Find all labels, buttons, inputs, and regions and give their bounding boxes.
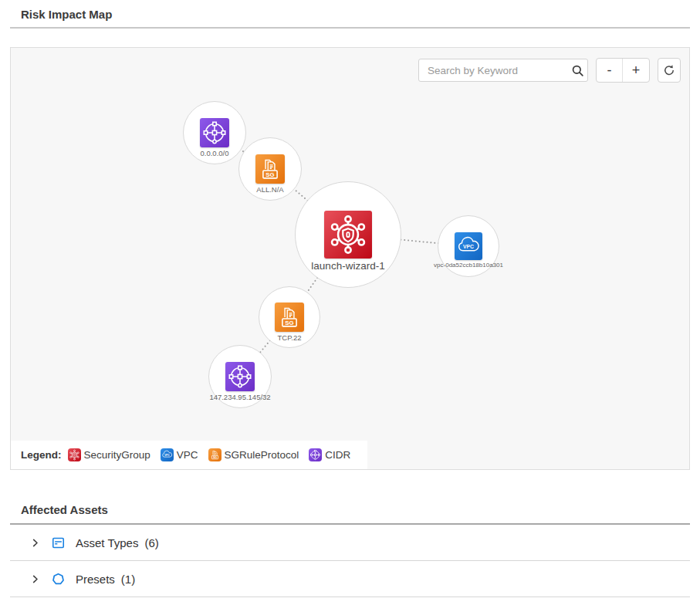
legend-item-securitygroup: SecurityGroup — [68, 448, 150, 461]
node-label: ALL.N/A — [256, 185, 283, 194]
chevron-right-icon — [29, 537, 41, 549]
affected-assets-section: Affected Assets Asset Types (6) Presets … — [10, 470, 690, 597]
search-input[interactable] — [419, 65, 567, 76]
node-label: vpc-0da52ccb18b10a301 — [434, 262, 503, 269]
node-label: 0.0.0.0/0 — [201, 149, 229, 157]
page-title: Risk Impact Map — [10, 0, 690, 27]
chevron-right-icon — [29, 573, 41, 585]
affected-assets-title: Affected Assets — [10, 470, 690, 525]
search-box — [418, 59, 588, 82]
graph-node-launch-wizard-1[interactable]: launch-wizard-1 — [324, 211, 372, 259]
vpc-icon — [455, 232, 482, 260]
refresh-icon — [662, 63, 676, 77]
node-label: launch-wizard-1 — [311, 260, 384, 272]
refresh-button[interactable] — [658, 58, 681, 83]
node-label: 147.234.95.145/32 — [209, 393, 270, 401]
sg-rule-protocol-icon — [208, 448, 221, 461]
sg-rule-protocol-icon — [275, 302, 304, 332]
asset-row-count: (6) — [144, 536, 158, 549]
search-icon — [570, 63, 585, 78]
zoom-in-button[interactable]: + — [623, 59, 649, 82]
page-header: Risk Impact Map — [10, 0, 690, 29]
legend-item-vpc: VPC — [161, 448, 198, 461]
asset-row-label: Asset Types — [76, 536, 138, 549]
graph-node-cidr-any[interactable]: 0.0.0.0/0 — [200, 118, 229, 147]
legend-item-label: CIDR — [325, 449, 350, 461]
security-group-icon — [68, 448, 81, 461]
legend-title: Legend: — [21, 449, 62, 461]
asset-row-label: Presets — [76, 573, 115, 586]
node-label: TCP.22 — [278, 333, 302, 342]
cidr-icon — [309, 448, 322, 461]
legend: Legend: SecurityGroup VPC SGRuleProtocol… — [11, 441, 367, 469]
cidr-icon — [200, 118, 229, 147]
graph-node-cidr-host[interactable]: 147.234.95.145/32 — [225, 362, 255, 391]
asset-row-presets[interactable]: Presets (1) — [10, 561, 690, 597]
legend-item-cidr: CIDR — [309, 448, 350, 461]
presets-icon — [51, 572, 66, 586]
asset-row-asset-types[interactable]: Asset Types (6) — [10, 525, 690, 561]
asset-types-icon — [51, 536, 66, 550]
legend-item-label: SecurityGroup — [84, 449, 150, 461]
legend-item-sgruleprotocol: SGRuleProtocol — [208, 448, 299, 461]
security-group-icon — [324, 211, 372, 259]
risk-map-canvas[interactable]: 0.0.0.0/0 ALL.N/A launch-wizard-1 vpc-0d… — [10, 47, 690, 470]
zoom-controls: - + — [596, 58, 650, 83]
vpc-icon — [161, 448, 174, 461]
legend-item-label: SGRuleProtocol — [225, 449, 299, 461]
graph-node-vpc[interactable]: vpc-0da52ccb18b10a301 — [455, 232, 482, 260]
sg-rule-protocol-icon — [255, 154, 285, 184]
asset-row-count: (1) — [121, 573, 135, 586]
search-button[interactable] — [567, 59, 587, 81]
cidr-icon — [225, 362, 255, 391]
zoom-out-button[interactable]: - — [597, 59, 623, 82]
graph-node-sgrule-tcp22[interactable]: TCP.22 — [275, 302, 304, 332]
graph-node-sgrule-all[interactable]: ALL.N/A — [255, 154, 285, 184]
legend-item-label: VPC — [177, 449, 198, 461]
